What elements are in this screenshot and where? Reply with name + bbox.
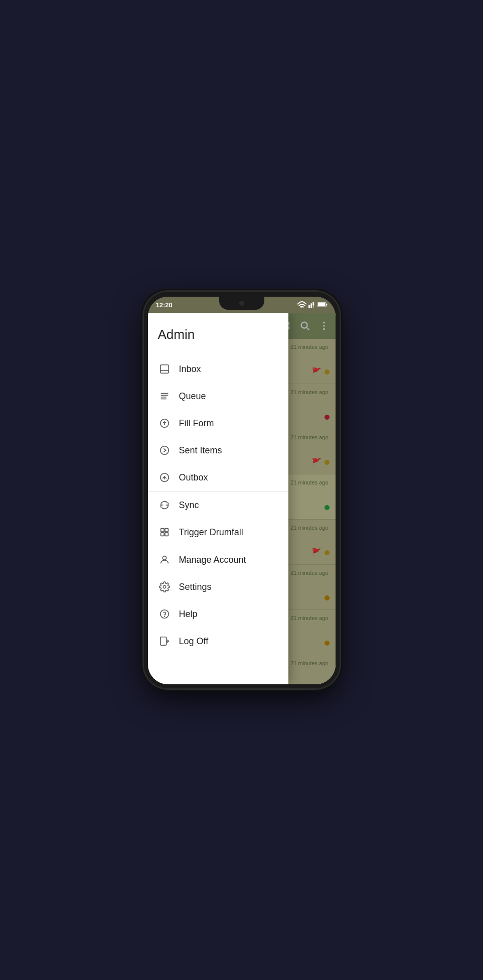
queue-icon (158, 390, 171, 403)
sidebar-item-outbox[interactable]: Outbox (148, 464, 289, 491)
svg-rect-30 (165, 529, 168, 532)
svg-rect-31 (165, 533, 168, 536)
sync-label: Sync (179, 500, 199, 511)
outbox-label: Outbox (179, 472, 208, 483)
trigger-drumfall-icon (158, 526, 171, 539)
sidebar-item-queue[interactable]: Queue (148, 383, 289, 410)
sidebar-item-settings[interactable]: Settings (148, 573, 289, 600)
svg-rect-28 (160, 529, 164, 532)
nav-drawer: Admin Inbox (148, 313, 289, 684)
svg-rect-6 (326, 304, 327, 306)
svg-point-32 (163, 556, 166, 560)
manage-account-label: Manage Account (179, 555, 246, 565)
sidebar-item-log-off[interactable]: Log Off (148, 628, 289, 655)
sync-icon (158, 499, 171, 512)
log-off-icon (158, 635, 171, 648)
sidebar-item-trigger-drumfall[interactable]: Trigger Drumfall (148, 519, 289, 546)
queue-label: Queue (179, 391, 206, 402)
status-time: 12:20 (156, 301, 173, 309)
signal-icon (308, 301, 315, 308)
svg-rect-4 (312, 302, 314, 305)
status-icons (297, 301, 328, 308)
sidebar-item-manage-account[interactable]: Manage Account (148, 546, 289, 573)
inbox-icon (158, 362, 171, 376)
phone-frame: 12:20 (144, 292, 340, 688)
sidebar-item-sent-items[interactable]: Sent Items (148, 437, 289, 464)
help-label: Help (179, 609, 198, 620)
inbox-label: Inbox (179, 364, 201, 375)
screen-content: 21 minutes ago dated modified and e Appr… (148, 313, 336, 684)
drawer-menu: Inbox Queue (148, 351, 289, 659)
sidebar-item-inbox[interactable]: Inbox (148, 355, 289, 383)
sidebar-item-sync[interactable]: Sync (148, 491, 289, 519)
drawer-title: Admin (158, 327, 195, 342)
fill-form-icon (158, 417, 171, 430)
phone-screen: 12:20 (148, 297, 336, 684)
log-off-label: Log Off (179, 636, 209, 647)
svg-rect-7 (318, 303, 325, 306)
settings-icon (158, 580, 171, 593)
settings-label: Settings (179, 582, 212, 592)
svg-rect-1 (308, 305, 310, 308)
sent-items-label: Sent Items (179, 445, 222, 456)
camera (239, 301, 244, 306)
svg-rect-29 (160, 533, 164, 536)
sidebar-item-fill-form[interactable]: Fill Form (148, 410, 289, 437)
svg-point-35 (164, 616, 165, 617)
svg-point-33 (163, 585, 166, 588)
svg-rect-2 (310, 303, 312, 308)
manage-account-icon (158, 553, 171, 566)
battery-icon (317, 301, 328, 308)
drawer-header: Admin (148, 313, 289, 351)
outbox-icon (158, 471, 171, 484)
help-icon (158, 607, 171, 621)
fill-form-label: Fill Form (179, 418, 214, 429)
notch (219, 297, 264, 310)
svg-point-25 (160, 446, 169, 455)
svg-rect-36 (160, 637, 166, 646)
sidebar-item-help[interactable]: Help (148, 600, 289, 628)
wifi-icon (297, 301, 306, 308)
sent-items-icon (158, 444, 171, 457)
trigger-drumfall-label: Trigger Drumfall (179, 527, 243, 538)
svg-rect-17 (160, 365, 169, 374)
svg-point-0 (301, 307, 302, 308)
